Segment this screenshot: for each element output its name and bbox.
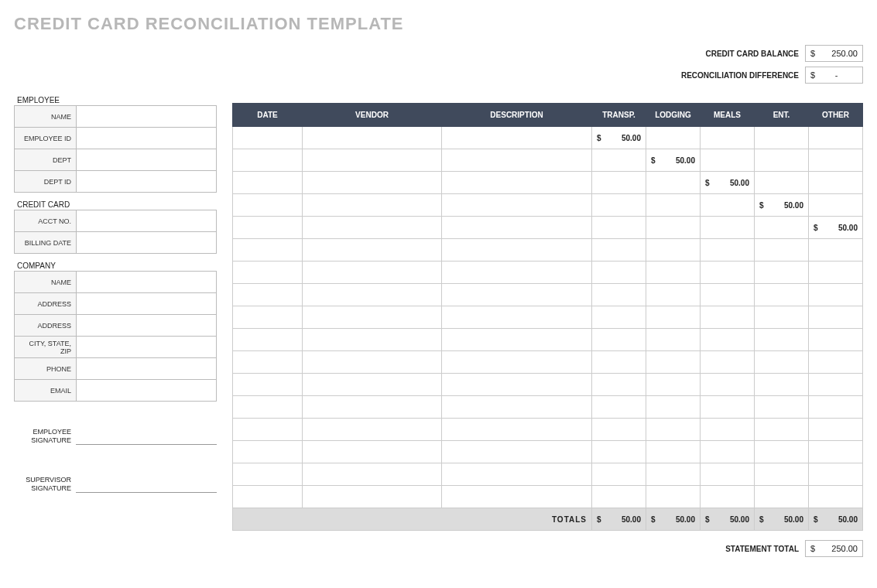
- amount-cell[interactable]: [809, 419, 863, 441]
- amount-cell[interactable]: [809, 396, 863, 419]
- employee-signature-line[interactable]: [76, 428, 217, 445]
- amount-cell[interactable]: [592, 351, 646, 374]
- amount-cell[interactable]: [646, 374, 701, 396]
- cell[interactable]: [303, 329, 442, 351]
- amount-cell[interactable]: [592, 149, 646, 172]
- amount-cell[interactable]: [809, 194, 863, 217]
- cell[interactable]: [442, 486, 592, 508]
- amount-cell[interactable]: [809, 284, 863, 306]
- field-input[interactable]: [77, 210, 217, 232]
- amount-cell[interactable]: [755, 217, 809, 239]
- cell[interactable]: [442, 172, 592, 194]
- amount-cell[interactable]: [701, 194, 755, 217]
- amount-cell[interactable]: [592, 194, 646, 217]
- amount-cell[interactable]: [701, 262, 755, 284]
- amount-cell[interactable]: [755, 351, 809, 374]
- amount-cell[interactable]: [755, 329, 809, 351]
- amount-cell[interactable]: [592, 329, 646, 351]
- amount-cell[interactable]: [755, 306, 809, 329]
- amount-cell[interactable]: [809, 149, 863, 172]
- cell[interactable]: [303, 217, 442, 239]
- amount-cell[interactable]: [809, 351, 863, 374]
- cell[interactable]: [233, 149, 303, 172]
- cell[interactable]: [233, 351, 303, 374]
- cell[interactable]: [233, 419, 303, 441]
- field-input[interactable]: [77, 337, 217, 358]
- amount-cell[interactable]: [592, 396, 646, 419]
- amount-cell[interactable]: [592, 284, 646, 306]
- cell[interactable]: [442, 127, 592, 149]
- amount-cell[interactable]: [592, 486, 646, 508]
- amount-cell[interactable]: [646, 463, 701, 486]
- amount-cell[interactable]: [701, 419, 755, 441]
- cell[interactable]: [233, 239, 303, 262]
- amount-cell[interactable]: [701, 239, 755, 262]
- cell[interactable]: [303, 374, 442, 396]
- cell[interactable]: [303, 306, 442, 329]
- amount-cell[interactable]: [592, 217, 646, 239]
- amount-cell[interactable]: [701, 374, 755, 396]
- amount-cell[interactable]: [755, 486, 809, 508]
- amount-cell[interactable]: [646, 329, 701, 351]
- cell[interactable]: [303, 486, 442, 508]
- cell[interactable]: [303, 194, 442, 217]
- cell[interactable]: [303, 127, 442, 149]
- cell[interactable]: [303, 351, 442, 374]
- amount-cell[interactable]: [592, 306, 646, 329]
- amount-cell[interactable]: [592, 441, 646, 463]
- amount-cell[interactable]: [592, 374, 646, 396]
- cell[interactable]: [442, 463, 592, 486]
- amount-cell[interactable]: [809, 441, 863, 463]
- cell[interactable]: [303, 284, 442, 306]
- cell[interactable]: [442, 374, 592, 396]
- cell[interactable]: [442, 284, 592, 306]
- cell[interactable]: [233, 396, 303, 419]
- cell[interactable]: [233, 194, 303, 217]
- field-input[interactable]: [77, 149, 217, 171]
- amount-cell[interactable]: [755, 149, 809, 172]
- cell[interactable]: [233, 217, 303, 239]
- amount-cell[interactable]: $50.00: [592, 127, 646, 149]
- cell[interactable]: [442, 441, 592, 463]
- cell[interactable]: [233, 486, 303, 508]
- amount-cell[interactable]: [755, 172, 809, 194]
- amount-cell[interactable]: [755, 463, 809, 486]
- cell[interactable]: [442, 329, 592, 351]
- cell[interactable]: [303, 419, 442, 441]
- cell[interactable]: [233, 262, 303, 284]
- amount-cell[interactable]: [755, 127, 809, 149]
- field-input[interactable]: [77, 272, 217, 293]
- amount-cell[interactable]: [809, 306, 863, 329]
- amount-cell[interactable]: [755, 396, 809, 419]
- cell[interactable]: [442, 396, 592, 419]
- amount-cell[interactable]: [701, 306, 755, 329]
- amount-cell[interactable]: [646, 262, 701, 284]
- cell[interactable]: [442, 351, 592, 374]
- amount-cell[interactable]: [701, 441, 755, 463]
- amount-cell[interactable]: [755, 262, 809, 284]
- amount-cell[interactable]: $50.00: [701, 172, 755, 194]
- cell[interactable]: [442, 194, 592, 217]
- cell[interactable]: [233, 127, 303, 149]
- cell[interactable]: [442, 262, 592, 284]
- amount-cell[interactable]: [701, 486, 755, 508]
- field-input[interactable]: [77, 293, 217, 315]
- field-input[interactable]: [77, 232, 217, 254]
- supervisor-signature-line[interactable]: [76, 476, 217, 493]
- cell[interactable]: [233, 172, 303, 194]
- amount-cell[interactable]: [646, 441, 701, 463]
- amount-cell[interactable]: [809, 172, 863, 194]
- field-input[interactable]: [77, 128, 217, 149]
- cell[interactable]: [303, 441, 442, 463]
- field-input[interactable]: [77, 380, 217, 402]
- amount-cell[interactable]: [646, 396, 701, 419]
- amount-cell[interactable]: [646, 306, 701, 329]
- amount-cell[interactable]: [646, 239, 701, 262]
- cell[interactable]: [442, 419, 592, 441]
- cell[interactable]: [233, 284, 303, 306]
- credit-card-balance-value[interactable]: $ 250.00: [805, 45, 863, 62]
- cell[interactable]: [233, 441, 303, 463]
- amount-cell[interactable]: [701, 351, 755, 374]
- amount-cell[interactable]: [701, 284, 755, 306]
- amount-cell[interactable]: [755, 284, 809, 306]
